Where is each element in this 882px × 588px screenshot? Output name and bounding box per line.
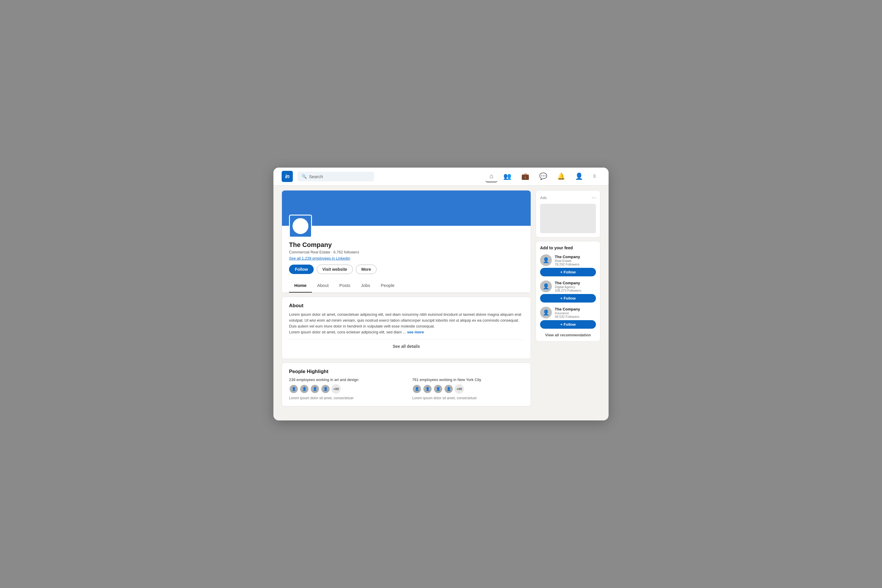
- avatars-row-art: 👤 👤 👤 👤 +99: [289, 384, 400, 394]
- feed-avatar-1: 👤: [540, 280, 552, 292]
- page-tabs: Home About Posts Jobs People: [282, 279, 531, 293]
- feed-name-2: The Company: [555, 307, 580, 311]
- company-info: The Company Commercial Real Estate · 6.7…: [282, 226, 531, 279]
- feed-sub-0: Real Estate: [555, 259, 580, 262]
- nav-icons: ⌂ 👥 💼 💬 🔔 👤 ⠿: [485, 171, 600, 182]
- nav-profile[interactable]: 👤: [571, 171, 587, 182]
- people-group-nyc-label: 761 employees working in New York City: [412, 378, 524, 382]
- search-icon: 🔍: [302, 174, 307, 179]
- visit-website-button[interactable]: Visit website: [316, 265, 353, 274]
- company-logo-wrap: [289, 214, 312, 237]
- feed-item-1: 👤 The Company Digital Agency 108.273 Fol…: [540, 280, 596, 303]
- ads-header: Ads ···: [540, 195, 596, 201]
- notifications-icon: 🔔: [557, 172, 565, 180]
- feed-item-2: 👤 The Company Insurance 49.532 Followers…: [540, 307, 596, 329]
- feed-follow-button-0[interactable]: + Follow: [540, 268, 596, 276]
- feed-followers-1: 108.273 Followers: [555, 289, 581, 292]
- company-logo-circle: [292, 218, 308, 234]
- nav-messages[interactable]: 💬: [535, 171, 551, 182]
- company-card: The Company Commercial Real Estate · 6.7…: [282, 190, 531, 293]
- linkedin-logo: in: [282, 171, 293, 182]
- feed-name-1: The Company: [555, 281, 581, 285]
- about-text: Lorem ipsum dolor sit amet, consectetuer…: [289, 312, 524, 336]
- tab-people[interactable]: People: [375, 279, 400, 292]
- people-icon: 👥: [503, 172, 511, 180]
- nav-notifications[interactable]: 🔔: [553, 171, 569, 182]
- feed-name-0: The Company: [555, 255, 580, 259]
- see-all-details-button[interactable]: See all details: [289, 340, 524, 353]
- feed-item-0: 👤 The Company Real Estate 78.292 Followe…: [540, 254, 596, 276]
- feed-followers-2: 49.532 Followers: [555, 315, 580, 318]
- people-group-nyc-desc: Lorem ipsum dolor sit amet, consectetuer: [412, 396, 524, 400]
- right-column: Ads ··· Add to your feed 👤 The Company R…: [536, 190, 600, 406]
- company-meta: Commercial Real Estate · 6.762 followers: [289, 250, 524, 254]
- avatar-nyc-4: 👤: [444, 384, 453, 394]
- more-button[interactable]: More: [356, 265, 376, 274]
- company-actions: Follow Visit website More: [289, 265, 524, 274]
- company-employees-link[interactable]: See all 1.239 employees in Linkedin: [289, 256, 524, 261]
- about-section: About Lorem ipsum dolor sit amet, consec…: [282, 297, 531, 359]
- feed-avatar-2: 👤: [540, 307, 552, 318]
- tab-home[interactable]: Home: [289, 279, 312, 292]
- see-more-link[interactable]: see more: [407, 330, 424, 334]
- grid-icon: ⠿: [593, 174, 596, 179]
- company-banner: [282, 190, 531, 226]
- feed-title: Add to your feed: [540, 246, 596, 250]
- messages-icon: 💬: [539, 172, 547, 180]
- nav-grid[interactable]: ⠿: [589, 172, 600, 180]
- search-bar[interactable]: 🔍 Search: [297, 172, 374, 182]
- nav-jobs[interactable]: 💼: [517, 171, 533, 182]
- tab-posts[interactable]: Posts: [334, 279, 356, 292]
- feed-sub-2: Insurance: [555, 311, 580, 315]
- people-highlight-title: People Highlight: [289, 369, 524, 375]
- tab-jobs[interactable]: Jobs: [356, 279, 375, 292]
- ads-label: Ads: [540, 195, 546, 200]
- follow-button[interactable]: Follow: [289, 265, 314, 274]
- feed-follow-button-2[interactable]: + Follow: [540, 320, 596, 329]
- ads-image: [540, 204, 596, 233]
- avatar-3: 👤: [310, 384, 320, 394]
- avatar-4: 👤: [321, 384, 330, 394]
- browser-window: in 🔍 Search ⌂ 👥 💼 💬 🔔 👤: [273, 168, 609, 420]
- ads-card: Ads ···: [536, 190, 600, 237]
- people-group-nyc: 761 employees working in New York City 👤…: [412, 378, 524, 400]
- search-input[interactable]: Search: [309, 174, 323, 179]
- left-column: The Company Commercial Real Estate · 6.7…: [282, 190, 531, 406]
- nav-home[interactable]: ⌂: [485, 171, 498, 182]
- home-icon: ⌂: [489, 172, 494, 180]
- nav-bar: in 🔍 Search ⌂ 👥 💼 💬 🔔 👤: [273, 168, 609, 186]
- people-group-art-label: 239 employees working in art and design: [289, 378, 400, 382]
- people-groups: 239 employees working in art and design …: [289, 378, 524, 400]
- feed-avatar-0: 👤: [540, 254, 552, 266]
- avatars-row-nyc: 👤 👤 👤 👤 +99: [412, 384, 524, 394]
- ads-more-button[interactable]: ···: [591, 195, 596, 201]
- feed-follow-button-1[interactable]: + Follow: [540, 294, 596, 303]
- people-group-art-desc: Lorem ipsum dolor sit amet, consectetuer: [289, 396, 400, 400]
- people-group-art: 239 employees working in art and design …: [289, 378, 400, 400]
- feed-followers-0: 78.292 Followers: [555, 262, 580, 266]
- avatar-nyc-3: 👤: [434, 384, 443, 394]
- jobs-icon: 💼: [521, 172, 529, 180]
- feed-item-top-1: 👤 The Company Digital Agency 108.273 Fol…: [540, 280, 596, 292]
- feed-item-top-2: 👤 The Company Insurance 49.532 Followers: [540, 307, 596, 318]
- feed-info-1: The Company Digital Agency 108.273 Follo…: [555, 281, 581, 292]
- view-all-recommendation[interactable]: View all recommendation: [540, 333, 596, 337]
- tab-about[interactable]: About: [312, 279, 334, 292]
- avatar-plus-nyc: +99: [454, 384, 464, 394]
- avatar-plus-art: +99: [332, 384, 341, 394]
- feed-card: Add to your feed 👤 The Company Real Esta…: [536, 241, 600, 342]
- avatar-nyc-1: 👤: [412, 384, 422, 394]
- feed-info-2: The Company Insurance 49.532 Followers: [555, 307, 580, 318]
- feed-sub-1: Digital Agency: [555, 285, 581, 289]
- profile-icon: 👤: [575, 172, 583, 180]
- avatar-2: 👤: [300, 384, 309, 394]
- nav-people[interactable]: 👥: [499, 171, 515, 182]
- people-section: People Highlight 239 employees working i…: [282, 363, 531, 406]
- feed-info-0: The Company Real Estate 78.292 Followers: [555, 255, 580, 266]
- about-title: About: [289, 303, 524, 309]
- avatar-1: 👤: [289, 384, 298, 394]
- avatar-nyc-2: 👤: [423, 384, 432, 394]
- main-layout: The Company Commercial Real Estate · 6.7…: [273, 186, 609, 411]
- company-name: The Company: [289, 241, 524, 249]
- feed-item-top-0: 👤 The Company Real Estate 78.292 Followe…: [540, 254, 596, 266]
